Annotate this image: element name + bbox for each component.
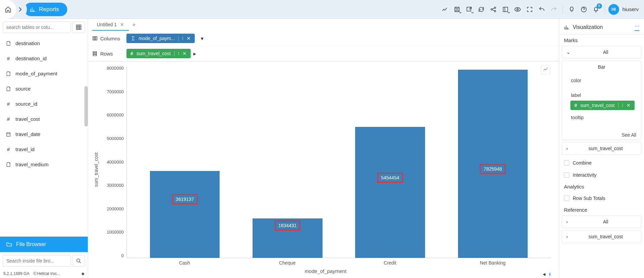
sum-travel-row[interactable]: › sum_travel_cost: [562, 142, 641, 154]
export-icon[interactable]: [464, 4, 475, 15]
svg-point-6: [515, 7, 520, 11]
pill-dropdown-icon[interactable]: ⁝: [182, 36, 183, 41]
file-search-button[interactable]: [72, 255, 85, 267]
redo-icon[interactable]: [548, 4, 559, 15]
share-icon[interactable]: [488, 4, 499, 15]
eye-icon[interactable]: [512, 4, 523, 15]
columns-label: Columns: [100, 36, 120, 41]
reference-all-row[interactable]: › All: [562, 216, 641, 228]
field-label: travel_medium: [15, 162, 48, 167]
close-tab-icon[interactable]: ✕: [120, 22, 124, 27]
column-pill[interactable]: mode_of_paym... ⁝ ✕: [126, 34, 195, 43]
field-item[interactable]: #source_id: [0, 96, 88, 111]
color-label: color: [566, 76, 637, 84]
pill-dropdown-icon[interactable]: ⁝: [622, 103, 623, 108]
combine-label: Combine: [573, 160, 592, 166]
reference-all-label: All: [574, 219, 637, 224]
row-pill[interactable]: # sum_travel_cost ⁝ ✕: [126, 49, 191, 58]
field-label: travel_cost: [15, 116, 40, 122]
pill-remove-icon[interactable]: ✕: [183, 51, 187, 56]
row-subtotals-checkbox[interactable]: [564, 196, 569, 201]
field-label: source: [15, 86, 31, 92]
bar[interactable]: 5454454: [355, 127, 425, 258]
field-label: destination: [15, 40, 40, 46]
shelf-caret-icon[interactable]: ▸: [193, 50, 196, 57]
interactivity-row[interactable]: Interactivity: [559, 169, 644, 181]
search-input[interactable]: [3, 22, 71, 33]
pill-remove-icon[interactable]: ✕: [187, 36, 191, 41]
bar[interactable]: 1634431: [253, 218, 323, 258]
reports-tab[interactable]: Reports: [24, 3, 67, 16]
reference-sum-row[interactable]: › sum_travel_cost: [562, 231, 641, 243]
notification-badge: 9: [597, 3, 602, 9]
user-name[interactable]: hiuserv: [622, 6, 639, 12]
file-search-input[interactable]: [3, 255, 71, 267]
field-item[interactable]: mode_of_payment: [0, 66, 88, 81]
version-label: 5.2.1.1689 GA: [3, 271, 29, 276]
sidebar: destination#destination_idmode_of_paymen…: [0, 19, 88, 278]
text-icon: [5, 162, 11, 167]
columns-shelf[interactable]: Columns mode_of_paym... ⁝ ✕ ▾: [88, 31, 559, 46]
reports-label: Reports: [39, 6, 59, 13]
combine-checkbox[interactable]: [564, 160, 569, 166]
pill-dropdown-icon[interactable]: ⁝: [178, 51, 179, 56]
marks-all-row[interactable]: ⌄ All: [562, 46, 641, 58]
field-item[interactable]: travel_date: [0, 127, 88, 142]
line-chart-icon[interactable]: [440, 4, 450, 15]
pill-remove-icon[interactable]: ✕: [627, 103, 631, 108]
notification-icon[interactable]: 9: [591, 4, 601, 15]
save-icon[interactable]: [452, 4, 462, 15]
panel-more-icon[interactable]: ⋯: [635, 24, 639, 31]
add-tab-button[interactable]: +: [129, 20, 139, 31]
scrollbar-thumb[interactable]: [84, 86, 88, 127]
field-item[interactable]: #destination_id: [0, 51, 88, 66]
y-tick: 7000000: [107, 89, 124, 94]
bar[interactable]: 3619137: [150, 171, 220, 258]
chart-menu-caret[interactable]: ◂: [543, 271, 545, 277]
x-axis-label: mode_of_payment: [100, 266, 551, 274]
y-tick: 8000000: [107, 66, 124, 71]
refresh-icon[interactable]: [476, 4, 487, 15]
field-item[interactable]: destination: [0, 36, 88, 51]
field-label: source_id: [15, 101, 37, 107]
rows-label: Rows: [100, 51, 113, 57]
reference-label: Reference: [559, 204, 644, 215]
pin-icon[interactable]: [547, 272, 552, 277]
analytics-label: Analytics: [559, 181, 644, 192]
fullscreen-icon[interactable]: [524, 4, 535, 15]
bar-wrap: 3619137: [134, 66, 236, 258]
svg-rect-16: [93, 53, 97, 54]
shelf-caret-icon[interactable]: ▾: [201, 35, 203, 42]
avatar[interactable]: HI: [608, 4, 619, 15]
field-item[interactable]: #travel_id: [0, 142, 88, 157]
field-label: travel_date: [15, 131, 40, 137]
interactivity-checkbox[interactable]: [564, 172, 569, 178]
x-tick: Net Banking: [442, 260, 544, 266]
row-subtotals-row[interactable]: Row Sub Totals: [559, 192, 644, 204]
table-view-button[interactable]: [72, 22, 85, 33]
chart-type-row[interactable]: Bar: [562, 61, 641, 73]
undo-icon[interactable]: [536, 4, 547, 15]
label-pill[interactable]: # sum_travel_cost ⁝ ✕: [570, 101, 635, 110]
y-tick: 0: [121, 253, 124, 258]
field-item[interactable]: travel_medium: [0, 157, 88, 172]
see-all-link[interactable]: See All: [562, 130, 641, 140]
help-icon[interactable]: [578, 4, 589, 15]
combine-row[interactable]: Combine: [559, 157, 644, 169]
interactivity-label: Interactivity: [573, 172, 597, 178]
chart-icon: [564, 25, 569, 30]
svg-rect-12: [93, 37, 94, 40]
file-browser-button[interactable]: File Browser: [0, 237, 88, 252]
plot-region[interactable]: 3619137163443154544547825948: [126, 66, 551, 258]
bar[interactable]: 7825948: [458, 70, 528, 258]
field-item[interactable]: #travel_cost: [0, 111, 88, 127]
idea-icon[interactable]: [566, 4, 577, 15]
chart-icon: [30, 6, 36, 12]
worksheet-tab[interactable]: Untitled 1 ✕: [92, 19, 129, 31]
svg-point-11: [77, 259, 80, 262]
rows-shelf[interactable]: Rows # sum_travel_cost ⁝ ✕ ▸: [88, 46, 559, 61]
row-pill-label: sum_travel_cost: [137, 51, 171, 56]
layout-icon[interactable]: [500, 4, 511, 15]
field-item[interactable]: source: [0, 81, 88, 96]
grid-icon: [76, 24, 82, 30]
